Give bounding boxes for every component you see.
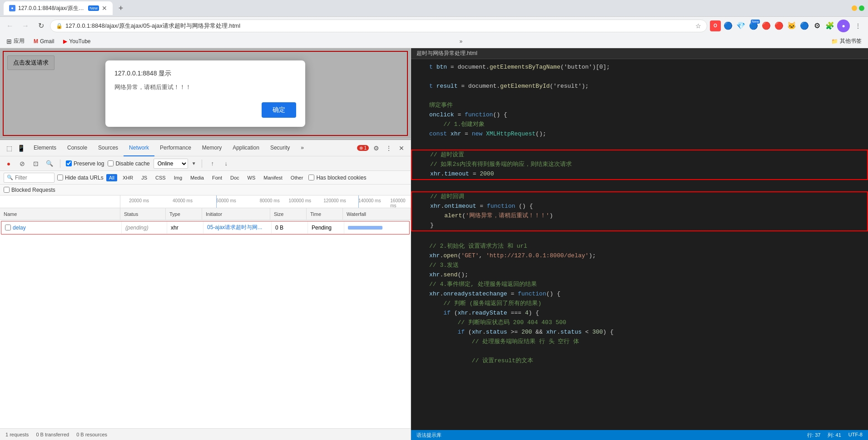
tab-performance[interactable]: Performance [154, 140, 197, 156]
extension-icon-7[interactable]: ⚙ [812, 20, 823, 31]
code-text: xhr.ontimeout = function () { [430, 202, 533, 211]
code-text: // 如果2s内没有得到服务端的响应，则结束这次请求 [430, 160, 572, 170]
header-time[interactable]: Time [307, 208, 343, 220]
reload-button[interactable]: ↻ [35, 20, 47, 32]
table-row[interactable]: delay (pending) xhr 05-ajax请求超时与网... 0 B [1, 221, 409, 234]
tab-elements[interactable]: Elements [28, 140, 62, 156]
transferred-size: 0 B transferred [36, 432, 69, 437]
filter-all-button[interactable]: All [106, 174, 117, 181]
header-status[interactable]: Status [120, 208, 166, 220]
filter-font-button[interactable]: Font [209, 174, 225, 181]
extension-icon-2[interactable]: 💎 [735, 20, 746, 31]
filter-doc-button[interactable]: Doc [228, 174, 242, 181]
devtools-close-icon[interactable]: ✕ [396, 143, 407, 154]
devtools-settings-icon[interactable]: ⚙ [371, 143, 382, 154]
filter-img-button[interactable]: Img [171, 174, 185, 181]
minimize-button[interactable] [852, 5, 857, 11]
new-tab-button[interactable]: + [114, 2, 127, 15]
disable-cache-input[interactable] [108, 160, 114, 166]
code-text: xhr.onreadystatechange = function() { [429, 290, 560, 299]
blocked-requests-checkbox[interactable]: Blocked Requests [4, 187, 55, 193]
filter-media-button[interactable]: Media [188, 174, 207, 181]
preserve-log-input[interactable] [66, 160, 72, 166]
line-num [415, 299, 429, 309]
tab-sources[interactable]: Sources [93, 140, 124, 156]
bookmark-youtube[interactable]: ▶ YouTube [60, 37, 93, 45]
extension-icon-4[interactable]: 🔴 [774, 20, 784, 31]
bookmark-other[interactable]: 📁 其他书签 [828, 36, 864, 46]
header-waterfall[interactable]: Waterfall [343, 208, 411, 220]
filter-input[interactable] [15, 175, 51, 181]
devtools-dots-icon[interactable]: ⋮ [383, 143, 394, 154]
bookmark-gmail[interactable]: M Gmail [31, 37, 57, 45]
filter-manifest-button[interactable]: Manifest [261, 174, 285, 181]
throttle-select[interactable]: Online Fast 3G Slow 3G Offline [154, 159, 188, 169]
tab-new-badge: New [88, 5, 99, 11]
code-text: t btn = document.getElementsByTagName('b… [429, 63, 610, 72]
line-num [415, 242, 429, 251]
extension-icon-6[interactable]: 🔵 [799, 20, 810, 31]
filter-css-button[interactable]: CSS [153, 174, 169, 181]
bookmark-star-icon[interactable]: ☆ [695, 22, 701, 30]
alert-ok-button[interactable]: 确定 [262, 102, 296, 118]
hide-data-urls-checkbox[interactable]: Hide data URLs [57, 175, 104, 181]
active-tab[interactable]: ● 127.0.0.1:8848/ajax/原生ajax/05-ajax请求..… [4, 1, 113, 15]
tab-security[interactable]: Security [265, 140, 295, 156]
line-num [415, 101, 429, 110]
hide-data-urls-input[interactable] [57, 175, 63, 180]
header-size[interactable]: Size [270, 208, 307, 220]
import-har-button[interactable]: ↑ [208, 159, 218, 169]
filter-ws-button[interactable]: WS [245, 174, 258, 181]
ontimeout-highlight-box: // 超时回调 xhr.ontimeout = function () { al… [411, 191, 868, 231]
filter-other-button[interactable]: Other [288, 174, 306, 181]
line-num [415, 91, 429, 101]
extensions-puzzle-icon[interactable]: 🧩 [824, 20, 835, 31]
disable-cache-checkbox[interactable]: Disable cache [108, 160, 149, 167]
back-button[interactable]: ← [4, 20, 16, 32]
filter-toggle-button[interactable]: ⊡ [31, 159, 41, 169]
forward-button[interactable]: → [19, 20, 32, 32]
bookmark-apps[interactable]: ⊞ 应用 [4, 36, 27, 46]
has-blocked-cookies-checkbox[interactable]: Has blocked cookies [308, 175, 366, 181]
extension-icon-5[interactable]: 🐱 [786, 20, 797, 31]
tab-application[interactable]: Application [227, 140, 265, 156]
code-line-event-cm: // 4.事件绑定, 处理服务端返回的结果 [411, 280, 868, 290]
extension-icon-3[interactable]: 🔴 [761, 20, 772, 31]
chrome-menu-button[interactable]: ⋮ [852, 20, 864, 32]
maximize-button[interactable] [859, 5, 864, 11]
record-button[interactable]: ● [4, 159, 14, 169]
clear-button[interactable]: ⊘ [17, 159, 27, 169]
export-har-button[interactable]: ↓ [221, 159, 231, 169]
profile-icon[interactable]: ● [837, 20, 850, 32]
more-bookmarks-button[interactable]: » [459, 38, 462, 45]
preserve-log-checkbox[interactable]: Preserve log [66, 160, 104, 167]
tick-20000: 20000 ms [129, 198, 149, 203]
filter-js-button[interactable]: JS [139, 174, 150, 181]
search-button[interactable]: 🔍 [45, 159, 55, 169]
line-num [415, 181, 429, 190]
row-checkbox[interactable] [5, 225, 11, 230]
extension-icon-new[interactable]: 🔵 New [748, 20, 759, 31]
header-name[interactable]: Name [0, 208, 120, 220]
code-line-ontimeout-fn: xhr.ontimeout = function () { [412, 202, 867, 211]
code-line-3: t result = document.getElementById('resu… [411, 82, 868, 91]
tab-console[interactable]: Console [62, 140, 93, 156]
code-line-send-cm: // 3.发送 [411, 261, 868, 270]
has-blocked-cookies-input[interactable] [308, 175, 314, 180]
opera-extension-icon[interactable]: O [710, 20, 721, 31]
line-num [415, 110, 429, 120]
header-type[interactable]: Type [166, 208, 202, 220]
tab-memory[interactable]: Memory [197, 140, 227, 156]
devtools-inspect-icon[interactable]: ⬚ [4, 143, 15, 154]
header-initiator[interactable]: Initiator [202, 208, 270, 220]
tab-network[interactable]: Network [124, 140, 154, 156]
tab-more[interactable]: » [295, 140, 309, 156]
blocked-requests-input[interactable] [4, 187, 10, 193]
tab-close-button[interactable]: ✕ [102, 5, 107, 12]
address-bar[interactable]: 🔒 127.0.0.1:8848/ajax/原生ajax/05-ajax请求超时… [50, 20, 707, 32]
error-count-badge: ⊗ 1 [357, 145, 369, 151]
line-num [415, 232, 429, 242]
filter-xhr-button[interactable]: XHR [120, 174, 136, 181]
devtools-device-icon[interactable]: 📱 [15, 143, 26, 154]
extension-icon-1[interactable]: 🔵 [723, 20, 734, 31]
